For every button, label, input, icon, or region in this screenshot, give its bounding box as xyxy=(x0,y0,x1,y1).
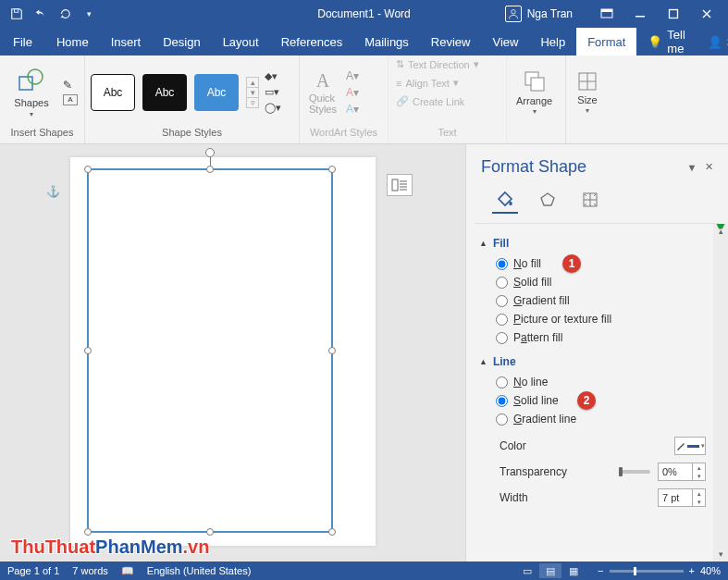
spell-check-icon[interactable]: 📖 xyxy=(121,565,134,577)
tab-help[interactable]: Help xyxy=(529,28,576,56)
no-fill-radio[interactable]: No fill 1 xyxy=(496,257,721,270)
transparency-slider[interactable] xyxy=(619,470,650,474)
resize-handle[interactable] xyxy=(206,166,214,173)
ribbon-tab-strip: File Home Insert Design Layout Reference… xyxy=(0,28,728,56)
solid-line-radio[interactable]: Solid line 2 xyxy=(496,394,721,407)
svg-rect-3 xyxy=(601,9,612,12)
solid-fill-radio[interactable]: Solid fill xyxy=(496,276,721,289)
width-spinner[interactable]: 7 pt▴▾ xyxy=(658,488,706,507)
tab-design[interactable]: Design xyxy=(152,28,211,56)
picture-fill-radio[interactable]: Picture or texture fill xyxy=(496,313,721,326)
gallery-scroll[interactable]: ▴▾▿ xyxy=(246,77,259,108)
redo-icon[interactable] xyxy=(54,3,76,25)
transparency-spinner[interactable]: 0%▴▾ xyxy=(658,463,706,481)
shape-style-2[interactable]: Abc xyxy=(142,74,187,111)
quick-access-toolbar: ▾ xyxy=(6,3,100,25)
layout-tab-icon[interactable] xyxy=(577,188,603,214)
workspace: ⚓ Format Shape ▼ ✕ xyxy=(0,144,728,561)
qat-customize-icon[interactable]: ▾ xyxy=(78,3,100,25)
edit-shape-icon[interactable]: ✎ xyxy=(63,79,78,92)
zoom-in-icon[interactable]: + xyxy=(689,565,695,576)
gradient-line-radio[interactable]: Gradient line xyxy=(496,413,721,426)
size-button[interactable]: Size▾ xyxy=(572,69,603,115)
title-bar: ▾ Document1 - Word Nga Tran xyxy=(0,0,728,28)
arrange-button[interactable]: Arrange▾ xyxy=(512,68,556,116)
tell-me[interactable]: 💡Tell me xyxy=(636,28,697,56)
language-status[interactable]: English (United States) xyxy=(147,565,252,576)
tab-layout[interactable]: Layout xyxy=(212,28,270,56)
check-annotation-icon: ✔ xyxy=(713,224,728,236)
shape-effects-button[interactable]: ◯▾ xyxy=(265,102,281,114)
zoom-level[interactable]: 40% xyxy=(700,565,721,576)
rotate-handle[interactable] xyxy=(205,148,215,157)
gradient-fill-radio[interactable]: Gradient fill xyxy=(496,294,721,307)
tab-mailings[interactable]: Mailings xyxy=(353,28,420,56)
tab-insert[interactable]: Insert xyxy=(100,28,153,56)
shape-outline-button[interactable]: ▭▾ xyxy=(265,86,281,98)
line-color-picker[interactable]: ▾ xyxy=(674,437,706,455)
tab-format[interactable]: Format xyxy=(576,28,636,56)
read-mode-icon[interactable]: ▭ xyxy=(516,563,538,578)
layout-options-icon[interactable] xyxy=(387,174,413,196)
user-avatar-icon[interactable] xyxy=(505,6,522,22)
save-icon[interactable] xyxy=(6,3,28,25)
text-outline-icon: A▾ xyxy=(346,86,359,99)
text-box-icon[interactable]: A xyxy=(63,94,78,105)
text-direction-button: ⇅Text Direction▾ xyxy=(394,57,481,71)
shape-style-3[interactable]: Abc xyxy=(194,74,239,111)
print-layout-icon[interactable]: ▤ xyxy=(539,563,561,578)
resize-handle[interactable] xyxy=(84,528,92,536)
fill-line-tab-icon[interactable] xyxy=(492,188,518,214)
page-status[interactable]: Page 1 of 1 xyxy=(7,565,59,576)
pane-scrollbar[interactable]: ▴▾ xyxy=(713,224,728,561)
effects-tab-icon[interactable] xyxy=(535,188,561,214)
format-shape-pane: Format Shape ▼ ✕ ▴▾ ▲Fill No fill 1 Soli… xyxy=(465,144,728,561)
zoom-out-icon[interactable]: − xyxy=(598,565,603,576)
width-label: Width xyxy=(500,491,650,504)
resize-handle[interactable] xyxy=(206,528,214,536)
pattern-fill-radio[interactable]: Pattern fill xyxy=(496,331,721,344)
tab-review[interactable]: Review xyxy=(420,28,482,56)
maximize-icon[interactable] xyxy=(658,3,689,25)
shape-style-1[interactable]: Abc xyxy=(91,74,135,111)
resize-handle[interactable] xyxy=(328,166,336,173)
fill-section-header[interactable]: ▲Fill xyxy=(479,233,721,253)
resize-handle[interactable] xyxy=(328,528,336,536)
pane-menu-icon[interactable]: ▼ xyxy=(684,162,700,173)
undo-icon[interactable] xyxy=(30,3,52,25)
selected-shape[interactable] xyxy=(87,168,333,533)
line-section-header[interactable]: ▲Line xyxy=(479,352,721,372)
document-title: Document1 - Word xyxy=(317,7,410,20)
quick-styles-button: A Quick Styles xyxy=(305,70,340,115)
zoom-slider[interactable] xyxy=(610,570,684,573)
shape-style-gallery[interactable]: Abc Abc Abc ▴▾▿ xyxy=(91,74,259,111)
ribbon: Shapes▾ ✎ A Insert Shapes Abc Abc Abc ▴▾… xyxy=(0,56,728,144)
svg-rect-9 xyxy=(531,78,544,91)
document-canvas[interactable]: ⚓ xyxy=(0,144,465,561)
resize-handle[interactable] xyxy=(84,347,92,354)
resize-handle[interactable] xyxy=(328,347,336,354)
shape-fill-button[interactable]: ◆▾ xyxy=(265,70,281,82)
align-text-icon: ≡ xyxy=(396,78,401,89)
color-label: Color xyxy=(500,439,667,452)
svg-point-1 xyxy=(511,10,515,15)
tab-file[interactable]: File xyxy=(0,28,45,56)
pane-close-icon[interactable]: ✕ xyxy=(700,161,717,173)
shapes-gallery-button[interactable]: Shapes▾ xyxy=(6,66,57,118)
share-button[interactable]: 👤Share xyxy=(697,28,728,56)
watermark: ThuThuatPhanMem.vn xyxy=(11,537,209,558)
group-label-shape-styles: Shape Styles xyxy=(91,127,293,143)
tab-home[interactable]: Home xyxy=(45,28,100,56)
minimize-icon[interactable] xyxy=(624,3,656,25)
tab-references[interactable]: References xyxy=(270,28,353,56)
tab-view[interactable]: View xyxy=(481,28,529,56)
close-icon[interactable] xyxy=(691,3,722,25)
web-layout-icon[interactable]: ▦ xyxy=(562,563,585,578)
group-label-text: Text xyxy=(394,127,500,143)
no-line-radio[interactable]: No line xyxy=(496,376,721,389)
resize-handle[interactable] xyxy=(84,166,92,173)
group-label-insert-shapes: Insert Shapes xyxy=(6,127,79,143)
word-count[interactable]: 7 words xyxy=(72,565,108,576)
ribbon-display-icon[interactable] xyxy=(591,3,623,25)
group-label-wordart: WordArt Styles xyxy=(305,127,382,143)
